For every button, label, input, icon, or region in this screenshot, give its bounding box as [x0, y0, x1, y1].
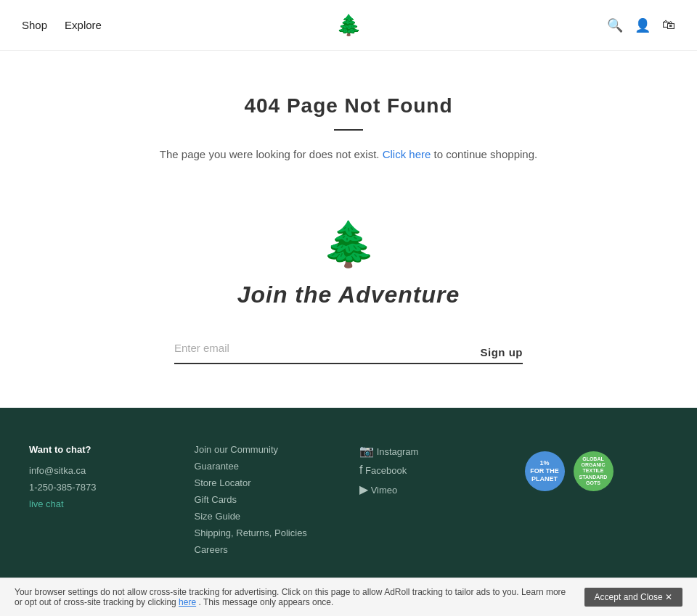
cookie-accept-button[interactable]: Accept and Close ✕ [584, 588, 682, 604]
nav-shop-link[interactable]: Shop [22, 19, 47, 31]
tree-logo-large: 🌲 [15, 218, 682, 270]
cookie-message: Your browser settings do not allow cross… [15, 587, 570, 604]
signup-button[interactable]: Sign up [481, 346, 523, 358]
vimeo-icon: ▶ [359, 483, 368, 496]
search-icon[interactable]: 🔍 [607, 17, 623, 33]
navigation: Shop Explore 🌲 🔍 👤 🛍 [0, 0, 697, 51]
facebook-label: Facebook [365, 465, 407, 476]
footer-size-guide-link[interactable]: Size Guide [195, 511, 338, 522]
footer-careers-link[interactable]: Careers [195, 544, 338, 555]
footer-community-col: Join our Community Guarantee Store Locat… [195, 444, 338, 561]
cookie-here-link[interactable]: here [179, 597, 196, 604]
footer-contact-col: Want to chat? info@sitka.ca 1-250-385-78… [29, 444, 173, 561]
cookie-banner: Your browser settings do not allow cross… [0, 578, 697, 604]
footer-email[interactable]: info@sitka.ca [29, 465, 173, 476]
live-chat-link[interactable]: live chat [29, 498, 173, 509]
footer: Want to chat? info@sitka.ca 1-250-385-78… [0, 408, 697, 604]
footer-join-community-link[interactable]: Join our Community [195, 444, 338, 455]
join-section: 🌲 Join the Adventure Sign up [0, 189, 697, 408]
footer-shipping-link[interactable]: Shipping, Returns, Policies [195, 527, 338, 538]
join-heading: Join the Adventure [15, 282, 682, 308]
footer-guarantee-link[interactable]: Guarantee [195, 461, 338, 472]
facebook-link[interactable]: f Facebook [359, 464, 503, 477]
error-section: 404 Page Not Found The page you were loo… [0, 51, 697, 189]
footer-contact-heading: Want to chat? [29, 444, 173, 455]
certification-badges: 1% FOR THE PLANET GLOBAL ORGANIC TEXTILE… [525, 451, 669, 491]
vimeo-link[interactable]: ▶ Vimeo [359, 482, 503, 496]
instagram-label: Instagram [377, 446, 419, 457]
page-title: 404 Page Not Found [15, 94, 682, 118]
account-icon[interactable]: 👤 [635, 17, 651, 33]
email-input[interactable] [174, 337, 481, 358]
nav-explore-link[interactable]: Explore [65, 19, 102, 31]
footer-phone[interactable]: 1-250-385-7873 [29, 482, 173, 493]
facebook-icon: f [359, 464, 362, 476]
footer-store-locator-link[interactable]: Store Locator [195, 477, 338, 488]
footer-badges-col: 1% FOR THE PLANET GLOBAL ORGANIC TEXTILE… [525, 444, 669, 561]
click-here-link[interactable]: Click here [383, 148, 431, 160]
footer-social-col: 📷 Instagram f Facebook ▶ Vimeo [359, 444, 503, 561]
instagram-link[interactable]: 📷 Instagram [359, 444, 503, 458]
divider [334, 129, 363, 131]
site-logo[interactable]: 🌲 [336, 14, 362, 36]
gots-badge: GLOBAL ORGANIC TEXTILE STANDARD GOTS [574, 451, 614, 491]
email-signup-form: Sign up [174, 337, 523, 364]
vimeo-label: Vimeo [371, 485, 398, 496]
cart-icon[interactable]: 🛍 [662, 17, 675, 33]
instagram-icon: 📷 [359, 445, 374, 457]
one-percent-badge: 1% FOR THE PLANET [525, 451, 565, 491]
footer-gift-cards-link[interactable]: Gift Cards [195, 494, 338, 505]
error-message: The page you were looking for does not e… [15, 148, 682, 160]
